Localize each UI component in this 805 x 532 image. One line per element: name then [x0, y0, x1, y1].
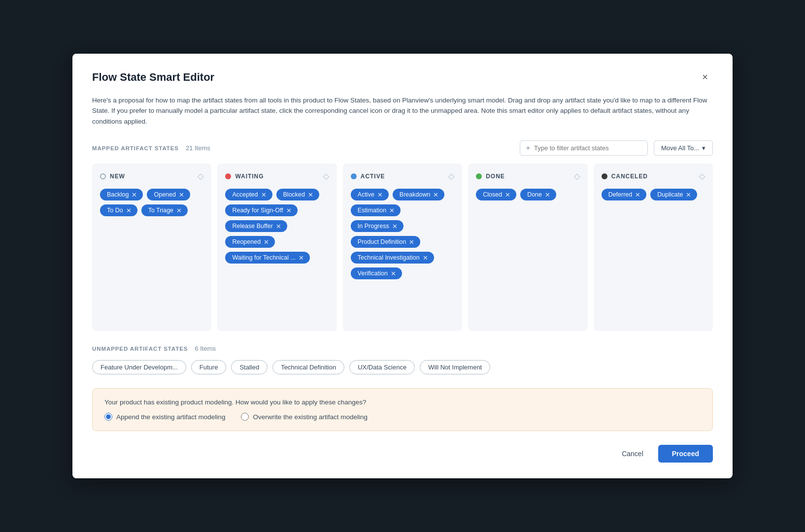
tag-label: Opened [154, 191, 175, 198]
column-header-done: DONE◇ [476, 171, 579, 181]
tag-item: Product Definition✕ [351, 236, 421, 248]
column-diamond-new[interactable]: ◇ [198, 171, 203, 181]
tag-remove-button[interactable]: ✕ [179, 192, 184, 198]
tag-item: Duplicate✕ [650, 189, 697, 200]
tag-label: Closed [483, 191, 502, 198]
proceed-button[interactable]: Proceed [658, 445, 713, 463]
tag-label: Deferred [608, 191, 633, 198]
tag-label: Ready for Sign-Off [232, 207, 283, 214]
tag-remove-button[interactable]: ✕ [409, 239, 414, 245]
unmapped-tag-item: UX/Data Science [349, 360, 415, 374]
tags-container-canceled: Deferred✕Duplicate✕ [602, 189, 705, 200]
tag-remove-button[interactable]: ✕ [286, 207, 292, 214]
tag-remove-button[interactable]: ✕ [423, 255, 428, 261]
radio-text-overwrite: Overwrite the existing artifact modeling [253, 413, 368, 421]
mapped-count: 21 Items [186, 144, 210, 152]
tag-remove-button[interactable]: ✕ [276, 223, 281, 230]
tag-remove-button[interactable]: ✕ [377, 192, 383, 198]
tag-remove-button[interactable]: ✕ [635, 192, 640, 198]
tag-item: Blocked✕ [276, 189, 319, 200]
tag-label: Accepted [232, 191, 258, 198]
column-title-new: NEW [110, 173, 125, 180]
filter-icon: ⌖ [526, 144, 530, 152]
tag-remove-button[interactable]: ✕ [132, 192, 137, 198]
column-title-wrap-new: NEW [100, 173, 125, 180]
tag-label: Estimation [358, 207, 386, 214]
filter-input-wrap[interactable]: ⌖ [520, 140, 648, 156]
cancel-button[interactable]: Cancel [613, 445, 652, 463]
column-header-active: ACTIVE◇ [351, 171, 454, 181]
tag-item: Backlog✕ [100, 189, 143, 200]
unmapped-label: UNMAPPED ARTIFACT STATES [92, 346, 188, 352]
tag-remove-button[interactable]: ✕ [505, 192, 510, 198]
radio-label-overwrite[interactable]: Overwrite the existing artifact modeling [241, 413, 368, 421]
tag-remove-button[interactable]: ✕ [299, 255, 304, 261]
tag-label: Verification [358, 270, 388, 277]
tag-label: Reopened [232, 238, 261, 245]
notice-box: Your product has existing product modeli… [92, 388, 713, 431]
tag-item: Waiting for Technical ...✕ [225, 252, 310, 264]
tag-remove-button[interactable]: ✕ [261, 192, 267, 198]
column-title-wrap-waiting: WAITING [225, 173, 264, 180]
column-dot-canceled [602, 173, 607, 179]
tag-remove-button[interactable]: ✕ [686, 192, 691, 198]
column-title-wrap-done: DONE [476, 173, 505, 180]
close-button[interactable]: × [697, 69, 713, 85]
tag-remove-button[interactable]: ✕ [392, 223, 398, 230]
section-actions: ⌖ Move All To... ▾ [520, 140, 713, 156]
move-all-label: Move All To... [661, 144, 699, 152]
column-title-wrap-canceled: CANCELED [602, 173, 648, 180]
column-title-done: DONE [486, 173, 505, 180]
tags-container-done: Closed✕Done✕ [476, 189, 579, 200]
radio-input-overwrite[interactable] [241, 413, 249, 421]
column-diamond-active[interactable]: ◇ [448, 171, 454, 181]
tag-remove-button[interactable]: ✕ [545, 192, 550, 198]
tag-label: To Do [107, 207, 123, 214]
column-diamond-waiting[interactable]: ◇ [323, 171, 329, 181]
move-all-dropdown-icon: ▾ [702, 144, 705, 152]
unmapped-tag-item: Feature Under Developm... [92, 360, 186, 374]
flow-column-new: NEW◇Backlog✕Opened✕To Do✕To Triage✕ [92, 164, 211, 331]
unmapped-count: 6 Items [195, 345, 216, 352]
tag-remove-button[interactable]: ✕ [389, 207, 395, 214]
tag-label: Blocked [283, 191, 305, 198]
columns-row: NEW◇Backlog✕Opened✕To Do✕To Triage✕WAITI… [92, 164, 713, 331]
column-diamond-done[interactable]: ◇ [574, 171, 580, 181]
tag-remove-button[interactable]: ✕ [126, 207, 132, 214]
tag-remove-button[interactable]: ✕ [308, 192, 313, 198]
tag-remove-button[interactable]: ✕ [433, 192, 438, 198]
radio-input-append[interactable] [104, 413, 112, 421]
notice-text: Your product has existing product modeli… [104, 399, 701, 406]
tags-container-waiting: Accepted✕Blocked✕Ready for Sign-Off✕Rele… [225, 189, 329, 264]
tag-item: Deferred✕ [602, 189, 647, 200]
tag-label: Duplicate [657, 191, 683, 198]
tag-remove-button[interactable]: ✕ [264, 239, 269, 245]
unmapped-tag-item: Technical Definition [272, 360, 344, 374]
move-all-button[interactable]: Move All To... ▾ [654, 140, 713, 156]
unmapped-tag-item: Future [191, 360, 227, 374]
radio-label-append[interactable]: Append the existing artifact modeling [104, 413, 225, 421]
column-diamond-canceled[interactable]: ◇ [699, 171, 705, 181]
flow-column-active: ACTIVE◇Active✕Breakdown✕Estimation✕In Pr… [343, 164, 462, 331]
tag-item: Technical Investigation✕ [351, 252, 434, 264]
tag-item: Estimation✕ [351, 204, 401, 216]
tags-container-active: Active✕Breakdown✕Estimation✕In Progress✕… [351, 189, 454, 279]
modal-title: Flow State Smart Editor [92, 71, 214, 84]
tag-label: Release Buffer [232, 223, 272, 230]
unmapped-tag-item: Stalled [231, 360, 268, 374]
tag-remove-button[interactable]: ✕ [176, 207, 182, 214]
column-dot-active [351, 173, 357, 179]
filter-input[interactable] [534, 144, 641, 152]
tag-label: Active [358, 191, 374, 198]
modal-overlay: Flow State Smart Editor × Here's a propo… [0, 0, 805, 532]
column-dot-done [476, 173, 482, 179]
tag-remove-button[interactable]: ✕ [391, 270, 396, 277]
radio-text-append: Append the existing artifact modeling [116, 413, 225, 421]
column-title-waiting: WAITING [235, 173, 264, 180]
tag-item: Done✕ [520, 189, 556, 200]
tag-label: Product Definition [358, 238, 406, 245]
modal-description: Here's a proposal for how to map the art… [92, 95, 713, 127]
tag-item: Ready for Sign-Off✕ [225, 204, 297, 216]
column-title-wrap-active: ACTIVE [351, 173, 385, 180]
flow-column-canceled: CANCELED◇Deferred✕Duplicate✕ [594, 164, 713, 331]
